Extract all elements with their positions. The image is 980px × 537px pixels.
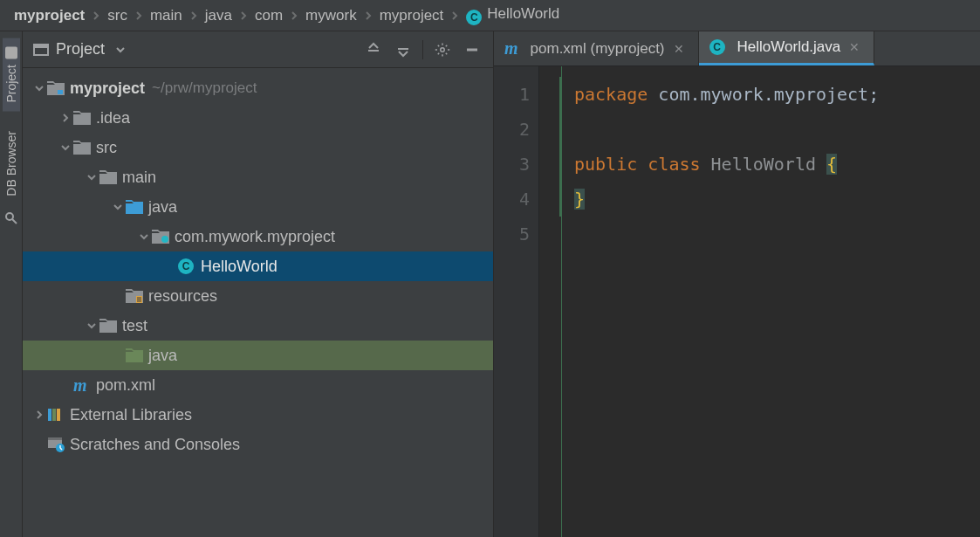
code-line[interactable]: public class HelloWorld { [574, 147, 879, 182]
tree-hint: ~/prw/myproject [152, 79, 257, 97]
tree-label: External Libraries [70, 406, 192, 424]
chevron-right-icon [188, 10, 200, 21]
class-icon: C [178, 258, 201, 274]
left-tool-strip: Project DB Browser [0, 31, 23, 537]
tree-label: java [148, 347, 177, 365]
svg-rect-25 [57, 409, 60, 421]
svg-point-15 [161, 236, 168, 243]
breadcrumb-item[interactable]: myproject [374, 7, 449, 24]
tree-node-java-test[interactable]: java [23, 341, 493, 370]
breadcrumb-item[interactable]: java [200, 7, 237, 24]
breadcrumb-item[interactable]: com [250, 7, 288, 24]
expand-all-button[interactable] [363, 39, 384, 60]
breadcrumb-bar: myprojectsrcmainjavacommyworkmyprojectCH… [0, 0, 980, 31]
line-number[interactable]: 4 [494, 182, 530, 217]
tree-label: HelloWorld [201, 258, 278, 276]
tree-node-resources[interactable]: resources [23, 281, 493, 311]
tree-label: resources [148, 287, 217, 306]
tree-label: com.mywork.myproject [175, 228, 335, 246]
line-number[interactable]: 3 [494, 147, 530, 182]
sidetab-project[interactable]: Project [3, 38, 20, 112]
svg-rect-13 [126, 203, 143, 214]
chevron-down-icon [115, 45, 126, 55]
breadcrumb-item[interactable]: mywork [300, 7, 362, 24]
line-number[interactable]: 1 [494, 77, 530, 112]
tree-label: myproject [70, 79, 145, 98]
sidetab-db-browser[interactable]: DB Browser [3, 122, 20, 205]
breadcrumb-label: java [205, 7, 232, 24]
tree-node-test[interactable]: test [23, 311, 493, 341]
close-tab-button[interactable]: ✕ [672, 42, 686, 56]
chevron-right-icon [34, 410, 45, 420]
collapse-all-button[interactable] [393, 39, 414, 60]
tree-node-package[interactable]: com.mywork.myproject [23, 222, 493, 251]
editor-tab[interactable]: CHelloWorld.java✕ [699, 31, 875, 65]
tab-label: pom.xml (myproject) [531, 40, 665, 58]
code-line[interactable]: package com.mywork.myproject; [574, 77, 879, 112]
breadcrumb-item[interactable]: main [145, 7, 188, 24]
breadcrumb-label: HelloWorld [487, 5, 559, 22]
tree-label: pom.xml [96, 376, 155, 395]
project-panel-title: Project [56, 40, 105, 59]
settings-button[interactable] [432, 39, 453, 60]
gear-icon [435, 42, 450, 58]
tree-node-root[interactable]: myproject ~/prw/myproject [23, 73, 493, 103]
breadcrumb-label: main [150, 7, 182, 24]
svg-rect-3 [34, 45, 48, 48]
editor-tabs: mpom.xml (myproject)✕CHelloWorld.java✕ [494, 31, 980, 66]
line-number[interactable]: 5 [494, 217, 530, 251]
breadcrumb-item[interactable]: myproject [9, 7, 90, 24]
hide-panel-button[interactable] [462, 39, 483, 60]
svg-rect-23 [48, 409, 51, 421]
tree-node-pom[interactable]: m pom.xml [23, 370, 493, 400]
project-panel-header: Project [23, 31, 493, 68]
maven-icon: m [504, 38, 518, 59]
breadcrumb-item[interactable]: src [102, 7, 133, 24]
svg-line-1 [12, 219, 17, 224]
line-gutter: 12345 [494, 66, 539, 537]
chevron-right-icon [237, 10, 250, 21]
code-line[interactable]: } [574, 182, 879, 217]
tree-node-external-libraries[interactable]: External Libraries [23, 400, 493, 430]
class-icon: C [466, 10, 482, 25]
tree-node-helloworld[interactable]: C HelloWorld [23, 251, 493, 281]
package-icon [152, 230, 175, 244]
breadcrumb-label: mywork [305, 7, 357, 24]
tree-node-idea[interactable]: .idea [23, 103, 493, 133]
keyword: class [648, 154, 700, 175]
code-editor[interactable]: 12345 package com.mywork.myproject; publ… [494, 66, 980, 537]
project-tool-window: Project [23, 31, 494, 537]
class-name: HelloWorld [711, 154, 816, 175]
db-search-icon [4, 211, 18, 225]
tree-node-src[interactable]: src [23, 133, 493, 162]
project-view-selector[interactable]: Project [33, 40, 126, 59]
chevron-right-icon [362, 10, 374, 21]
tab-label: HelloWorld.java [737, 38, 841, 56]
chevron-down-icon [86, 172, 97, 182]
sidetab-db-label: DB Browser [4, 131, 18, 196]
chevron-right-icon [60, 113, 71, 123]
tree-label: Scratches and Consoles [70, 436, 240, 454]
close-tab-button[interactable]: ✕ [847, 40, 861, 54]
line-number[interactable]: 2 [494, 112, 530, 147]
maven-icon: m [73, 375, 96, 396]
folder-icon [99, 319, 122, 333]
tree-node-main[interactable]: main [23, 162, 493, 192]
svg-rect-10 [73, 114, 91, 125]
svg-rect-9 [58, 90, 63, 94]
code-line[interactable] [574, 217, 879, 251]
package-name: com.mywork.myproject; [658, 84, 879, 105]
breadcrumb-label: src [107, 7, 127, 24]
editor-tab[interactable]: mpom.xml (myproject)✕ [494, 31, 699, 65]
breadcrumb-item[interactable]: CHelloWorld [461, 5, 565, 25]
scratches-icon [47, 437, 70, 452]
tree-node-scratches[interactable]: Scratches and Consoles [23, 430, 493, 459]
main-area: Project DB Browser Project [0, 31, 980, 537]
code-line[interactable] [574, 112, 879, 147]
code-content[interactable]: package com.mywork.myproject; public cla… [562, 66, 879, 537]
tree-node-java-src[interactable]: java [23, 192, 493, 222]
window-icon [33, 44, 49, 56]
svg-rect-11 [73, 144, 91, 155]
svg-rect-27 [48, 437, 62, 440]
test-source-folder-icon [126, 348, 148, 362]
